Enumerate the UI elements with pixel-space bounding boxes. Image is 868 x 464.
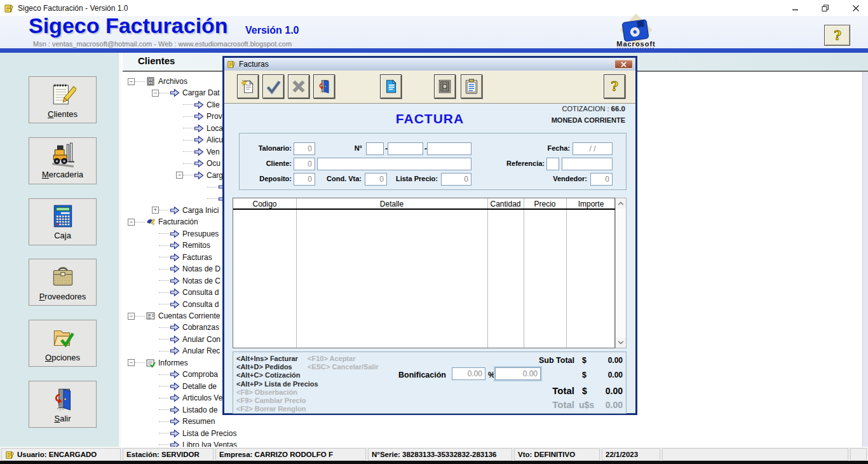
scroll-down-icon[interactable] <box>616 338 626 348</box>
tree-item-label: Consulta d <box>180 288 219 297</box>
tree-item-consulta-d[interactable]: Consulta d <box>123 287 219 298</box>
tree-item-prov[interactable]: Prov <box>123 111 222 122</box>
tree-item-informes[interactable]: −Informes <box>123 357 188 369</box>
deposito-input[interactable] <box>294 173 315 186</box>
tree-item-comproba[interactable]: Comproba <box>123 369 218 380</box>
numero-input-3[interactable] <box>427 142 471 155</box>
column-header-detalle[interactable]: Detalle <box>296 198 487 210</box>
tree-item-clie[interactable]: Clie <box>123 99 220 111</box>
scroll-up-icon[interactable] <box>616 198 626 208</box>
question-mark-icon: ? <box>830 27 845 44</box>
tree-item-notas-de-d[interactable]: Notas de D <box>123 263 220 275</box>
close-button[interactable] <box>846 0 866 16</box>
tree-item[interactable] <box>123 193 231 205</box>
invoice-items-table[interactable]: CodigoDetalleCantidadPrecioImporte <box>233 198 615 348</box>
restore-button[interactable] <box>815 0 836 16</box>
tree-item-listado-de[interactable]: Listado de <box>123 404 217 416</box>
sidebar-button-label: Opciones <box>45 353 80 362</box>
right-scroll-strip[interactable] <box>862 72 868 447</box>
subtotal-currency: $ <box>582 356 587 365</box>
dialog-note-icon <box>227 60 236 69</box>
tree-item-facturaci-n[interactable]: −Facturación <box>123 216 198 228</box>
tree-item-ven[interactable]: Ven <box>123 146 220 158</box>
tree-item-carga-inici[interactable]: +Carga Inici <box>123 205 219 216</box>
toolbar-button-exit-door[interactable] <box>313 74 335 99</box>
toolbar-button-clipboard[interactable] <box>461 74 482 99</box>
toolbar-button-x[interactable] <box>288 74 309 99</box>
collapse-box-icon[interactable]: − <box>176 172 183 179</box>
tree-item-articulos-ve[interactable]: Articulos Ve <box>123 392 222 404</box>
tree-item-resumen[interactable]: Resumen <box>123 416 215 427</box>
tree-item-consulta-d[interactable]: Consulta d <box>123 299 219 310</box>
toolbar-button-check[interactable] <box>262 74 284 99</box>
tree-item-facturas[interactable]: Facturas <box>123 252 212 263</box>
tree-item-cobranzas[interactable]: Cobranzas <box>123 322 219 333</box>
bonificacion-label: Bonificación <box>398 371 446 379</box>
tree-item-alicu[interactable]: Alicu <box>123 134 223 146</box>
cliente-code-input[interactable] <box>294 158 315 170</box>
minimize-button[interactable] <box>785 0 805 16</box>
column-header-importe[interactable]: Importe <box>566 198 616 210</box>
collapse-box-icon[interactable]: − <box>128 78 135 85</box>
bonificacion-pct-input[interactable] <box>452 367 485 380</box>
sidebar-button-mercaderia[interactable]: Mercaderia <box>29 137 97 184</box>
tree-item-ocu[interactable]: Ocu <box>123 158 220 169</box>
bonificacion-amount-input[interactable] <box>495 367 541 380</box>
sidebar-button-salir[interactable]: Salir <box>29 381 97 428</box>
tree-connector <box>159 327 169 328</box>
dialog-close-button[interactable] <box>614 60 633 69</box>
column-header-codigo[interactable]: Codigo <box>233 198 296 210</box>
tree-item-archivos[interactable]: −Archivos <box>123 76 187 87</box>
tree-item-presupues[interactable]: Presupues <box>123 228 219 240</box>
tree-item-cargar-dat[interactable]: −Cargar Dat <box>123 87 220 99</box>
column-header-cantidad[interactable]: Cantidad <box>487 198 524 210</box>
status-text: Estación: SERVIDOR <box>126 451 200 458</box>
toolbar-button-blue-doc[interactable] <box>380 74 402 99</box>
cliente-name-input[interactable] <box>317 158 471 170</box>
lista-precio-input[interactable] <box>441 173 471 186</box>
cond-vta-label: Cond. Vta: <box>317 175 362 182</box>
tree-item-detalle-de[interactable]: Detalle de <box>123 381 217 392</box>
sidebar-button-clientes[interactable]: Clientes <box>29 76 97 123</box>
total-label: Total <box>552 385 574 396</box>
table-scrollbar[interactable] <box>615 198 627 348</box>
fecha-input[interactable] <box>573 142 613 155</box>
vendedor-input[interactable] <box>590 173 613 186</box>
toolbar-button-question-mark[interactable]: ? <box>604 74 625 99</box>
toolbar-button-money[interactable] <box>434 74 456 99</box>
status-text: 22/1/2023 <box>606 451 638 458</box>
cond-vta-input[interactable] <box>365 173 387 186</box>
tree-item-lista-de-precios[interactable]: Lista de Precios <box>123 428 236 439</box>
expand-box-icon[interactable]: + <box>152 207 159 214</box>
tree-item-notas-de-c[interactable]: Notas de C <box>123 275 220 287</box>
collapse-box-icon[interactable]: − <box>128 219 135 226</box>
talonario-input[interactable] <box>294 142 315 155</box>
toolbar-button-new-doc[interactable] <box>237 74 259 99</box>
shortcut-alt-c-cotizaci-n: <Alt+C> Cotización <box>236 371 318 379</box>
tree-connector <box>159 233 169 234</box>
collapse-box-icon[interactable]: − <box>128 313 135 320</box>
tree-item-cuentas-corriente[interactable]: −Cuentas Corriente <box>123 310 220 322</box>
blue-doc-icon <box>383 78 399 95</box>
collapse-box-icon[interactable]: − <box>128 359 135 366</box>
tree-item[interactable] <box>123 181 231 193</box>
sidebar-button-proveedores[interactable]: Proveedores <box>29 259 97 306</box>
numero-input-2[interactable] <box>388 142 423 155</box>
sidebar-button-label: Proveedores <box>39 292 86 301</box>
column-header-precio[interactable]: Precio <box>524 198 566 210</box>
referencia-input-1[interactable] <box>546 158 559 170</box>
referencia-input-2[interactable] <box>562 158 613 170</box>
macrosoft-logo: Macrosoft <box>600 16 672 48</box>
sidebar-button-opciones[interactable]: Opciones <box>29 320 97 367</box>
tree-item-loca[interactable]: Loca <box>123 123 223 134</box>
collapse-box-icon[interactable]: − <box>152 90 159 97</box>
tree-item-anular-rec[interactable]: Anular Rec <box>123 345 220 357</box>
tree-item-anular-con[interactable]: Anular Con <box>123 334 220 345</box>
tree-item-label: Anular Con <box>180 335 220 344</box>
tree-connector <box>159 339 169 339</box>
tree-item-carg[interactable]: −Carg <box>123 170 223 181</box>
sidebar-button-caja[interactable]: Caja <box>29 198 97 245</box>
help-button[interactable]: ? <box>824 25 850 46</box>
numero-input-1[interactable] <box>366 142 384 155</box>
tree-item-remitos[interactable]: Remitos <box>123 240 210 251</box>
